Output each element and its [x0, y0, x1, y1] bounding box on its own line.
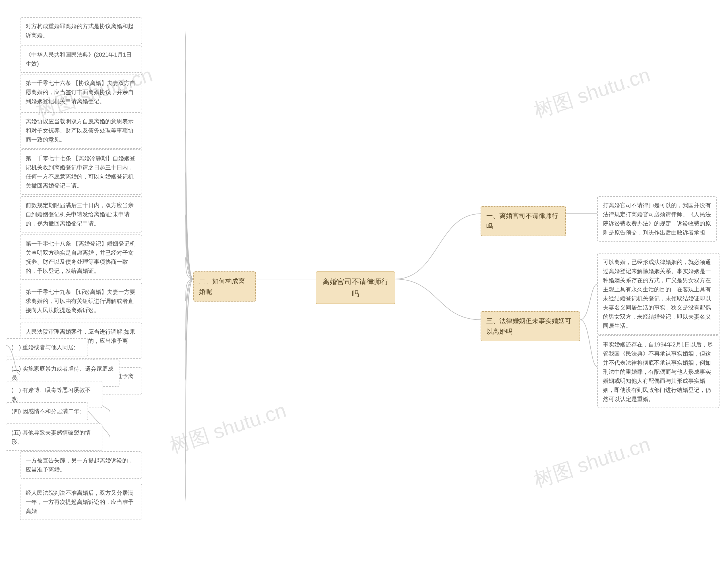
mindmap-root[interactable]: 离婚官司不请律师行吗 — [316, 272, 395, 304]
branch-2-leaf-1: 对方构成重婚罪离婚的方式是协议离婚和起诉离婚。 — [20, 17, 142, 44]
branch-2-leaf-3: 第一千零七十六条 【协议离婚】夫妻双方自愿离婚的，应当签订书面离婚协议，并亲自到… — [20, 74, 142, 110]
branch-3-leaf-1: 可以离婚，已经形成法律婚姻的，就必须通过离婚登记来解除婚姻关系。事实婚姻是一种婚… — [597, 253, 719, 335]
watermark: 树图 shutu.cn — [531, 431, 653, 494]
branch-2-leaf-8: 第一千零七十九条 【诉讼离婚】夫妻一方要求离婚的，可以由有关组织进行调解或者直接… — [20, 283, 142, 319]
branch-2-leaf-7: 第一千零七十八条 【离婚登记】婚姻登记机关查明双方确实是自愿离婚，并已经对子女抚… — [20, 235, 142, 280]
branch-2-leaf-4: 离婚协议应当载明双方自愿离婚的意思表示和对子女抚养、财产以及债务处理等事项协商一… — [20, 112, 142, 149]
branch-2-leaf-12: 经人民法院判决不准离婚后，双方又分居满一年，一方再次提起离婚诉讼的，应当准予离婚 — [20, 484, 142, 520]
branch-2-leaf-6: 前款规定期限届满后三十日内，双方应当亲自到婚姻登记机关申请发给离婚证;未申请的，… — [20, 196, 142, 233]
branch-2-leaf-10-sub-4: (四) 因感情不和分居满二年; — [6, 402, 88, 420]
branch-1[interactable]: 一、离婚官司不请律师行吗 — [481, 206, 566, 236]
branch-1-leaf-1: 打离婚官司不请律师是可以的，我国并没有法律规定打离婚官司必须请律师。《人民法院诉… — [597, 196, 717, 242]
branch-2-leaf-11: 一方被宣告失踪，另一方提起离婚诉讼的，应当准予离婚。 — [20, 451, 142, 479]
watermark: 树图 shutu.cn — [167, 397, 289, 460]
branch-2[interactable]: 二、如何构成离婚呢 — [193, 272, 256, 301]
branch-2-leaf-10-sub-1: (一) 重婚或者与他人同居; — [6, 338, 88, 356]
branch-2-leaf-10-sub-5: (五) 其他导致夫妻感情破裂的情形。 — [6, 423, 102, 451]
branch-3-leaf-2: 事实婚姻还存在，自1994年2月1日以后，尽管我国《民法典》不再承认事实婚姻，但… — [597, 335, 719, 408]
branch-2-leaf-2: 《中华人民共和国民法典》(2021年1月1日生效) — [20, 46, 142, 73]
watermark: 树图 shutu.cn — [531, 62, 653, 124]
branch-3[interactable]: 三、法律婚姻但未事实婚姻可以离婚吗 — [481, 311, 580, 341]
branch-2-leaf-5: 第一千零七十七条 【离婚冷静期】自婚姻登记机关收到离婚登记申请之日起三十日内，任… — [20, 149, 142, 195]
